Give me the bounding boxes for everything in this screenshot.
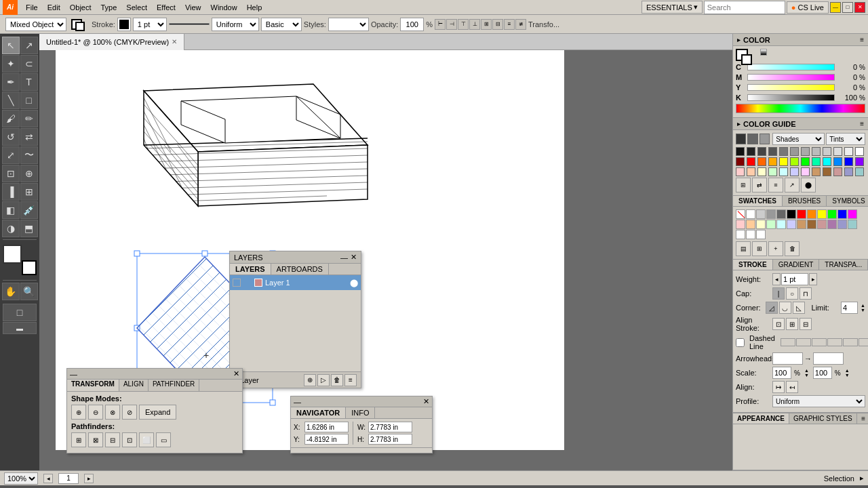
make-sublayer-button[interactable]: ⊕	[304, 374, 316, 386]
miter-join-btn[interactable]: ◿	[766, 302, 778, 314]
menu-file[interactable]: File	[22, 2, 42, 13]
align-top-icon[interactable]: ⊥	[469, 19, 480, 30]
maximize-button[interactable]: □	[842, 2, 853, 13]
swatch-libraries-btn[interactable]: ▤	[736, 241, 751, 256]
tints-select[interactable]: Tints	[826, 133, 865, 145]
layer-lock-icon[interactable]	[243, 279, 252, 287]
guide-color-2[interactable]	[747, 134, 757, 144]
swatch-30[interactable]	[790, 167, 799, 176]
gap-box-2[interactable]	[827, 338, 842, 346]
color-guide-menu-icon[interactable]: ≡	[860, 120, 864, 127]
align-left-btn[interactable]: ↦	[772, 381, 785, 393]
align-center-h-icon[interactable]: ⊣	[446, 19, 457, 30]
free-transform-tool[interactable]: ⊡	[2, 165, 20, 182]
delete-swatch-btn[interactable]: 🗑	[785, 241, 800, 256]
swatch-18[interactable]	[790, 157, 799, 166]
trim-button[interactable]: ⊠	[88, 432, 103, 447]
dashed-checkbox[interactable]	[736, 338, 745, 347]
butt-cap-btn[interactable]: |	[772, 287, 785, 300]
weight-input[interactable]	[781, 273, 808, 285]
round-cap-btn[interactable]: ○	[786, 287, 798, 300]
menu-type[interactable]: Type	[97, 2, 121, 13]
magenta-swatch[interactable]	[848, 209, 857, 219]
nav-w-input[interactable]	[368, 422, 412, 432]
delete-layer-button[interactable]: 🗑	[331, 374, 343, 386]
align-right-btn[interactable]: ↤	[786, 381, 798, 393]
close-button[interactable]: ✕	[854, 2, 865, 13]
swatch-16[interactable]	[768, 157, 777, 166]
scale-tool[interactable]: ⤢	[2, 146, 20, 164]
screen-mode-normal[interactable]: □	[3, 304, 37, 321]
rotate-tool[interactable]: ↺	[2, 128, 20, 146]
tab-info[interactable]: INFO	[346, 407, 375, 418]
swatch-5[interactable]	[779, 147, 788, 156]
minus-back-button[interactable]: ▭	[156, 432, 171, 447]
swatch-36[interactable]	[855, 167, 864, 176]
appearance-menu-icon[interactable]: ≡	[859, 413, 868, 424]
blend-tool[interactable]: ◑	[2, 220, 20, 237]
nav-h-input[interactable]	[368, 434, 412, 445]
live-paint-tool[interactable]: ⬒	[20, 220, 38, 237]
scale-up-icon[interactable]: ▲	[804, 368, 809, 373]
swatch-12[interactable]	[855, 147, 864, 156]
guide-color-1[interactable]	[736, 134, 746, 144]
dash-box-1[interactable]	[781, 338, 795, 346]
expand-button[interactable]: Expand	[139, 405, 176, 420]
swatch-7[interactable]	[801, 147, 810, 156]
intersect-button[interactable]: ⊗	[105, 405, 120, 420]
tab-transparency[interactable]: TRANSPA...	[819, 260, 868, 270]
swatch-28[interactable]	[768, 167, 777, 176]
minimize-button[interactable]: —	[830, 2, 841, 13]
fill-indicator[interactable]	[3, 245, 22, 264]
transform-panel-close-icon[interactable]: ✕	[233, 369, 239, 378]
spectrum-bar[interactable]	[736, 104, 865, 113]
menu-view[interactable]: View	[181, 2, 205, 13]
stroke-color[interactable]	[75, 22, 85, 31]
screen-mode-full[interactable]: ▬	[3, 322, 37, 334]
swatch-9[interactable]	[823, 147, 831, 156]
column-graph-tool[interactable]: ▐	[2, 183, 20, 201]
y-slider[interactable]	[747, 84, 835, 91]
align-left-icon[interactable]: ⊢	[435, 19, 446, 30]
scale-input-2[interactable]	[813, 367, 832, 379]
weight-increase-btn[interactable]: ▸	[809, 273, 817, 285]
tab-navigator[interactable]: NAVIGATOR	[291, 407, 346, 418]
distribute-h-icon[interactable]: ≡	[504, 19, 515, 30]
stroke-color-box[interactable]	[117, 18, 131, 31]
swatch-22[interactable]	[833, 157, 842, 166]
layers-panel-minimize-icon[interactable]: —	[340, 253, 348, 262]
reflect-tool[interactable]: ⇄	[20, 128, 38, 146]
round-join-btn[interactable]: ◡	[779, 302, 791, 314]
styles-select[interactable]	[328, 18, 369, 31]
swatch-26[interactable]	[747, 167, 755, 176]
menu-select[interactable]: Select	[122, 2, 151, 13]
merge-button[interactable]: ⊟	[105, 432, 120, 447]
swatch-r8[interactable]	[807, 220, 816, 229]
color-guide-btn4[interactable]: ↗	[785, 178, 800, 192]
gap-box-3[interactable]	[859, 338, 868, 346]
selection-tool[interactable]: ↖	[2, 37, 20, 54]
limit-up-icon[interactable]: ▲	[861, 303, 865, 308]
dash-box-3[interactable]	[843, 338, 858, 346]
swatch-31[interactable]	[801, 167, 810, 176]
light-gray-swatch[interactable]	[756, 209, 766, 219]
white-swatch[interactable]	[746, 209, 755, 219]
m-slider[interactable]	[747, 74, 835, 81]
swatch-32[interactable]	[812, 167, 821, 176]
outline-button[interactable]: ⬜	[139, 432, 154, 447]
exclude-button[interactable]: ⊘	[122, 405, 137, 420]
menu-edit[interactable]: Edit	[43, 2, 64, 13]
tab-symbols[interactable]: SYMBOLS	[827, 196, 868, 206]
green-swatch[interactable]	[827, 209, 837, 219]
rect-tool[interactable]: □	[20, 92, 38, 109]
tab-graphic-styles[interactable]: GRAPHIC STYLES	[789, 413, 857, 424]
c-slider[interactable]	[747, 64, 835, 70]
eyedropper-tool[interactable]: 💉	[20, 201, 38, 219]
stroke-indicator[interactable]	[22, 260, 37, 275]
swatch-2[interactable]	[747, 147, 755, 156]
swatch-1[interactable]	[736, 147, 745, 156]
tab-transform[interactable]: TRANSFORM	[67, 380, 119, 391]
limit-down-icon[interactable]: ▼	[861, 308, 865, 312]
menu-window[interactable]: Window	[207, 2, 241, 13]
transform-panel-minimize-icon[interactable]: —	[70, 370, 77, 378]
